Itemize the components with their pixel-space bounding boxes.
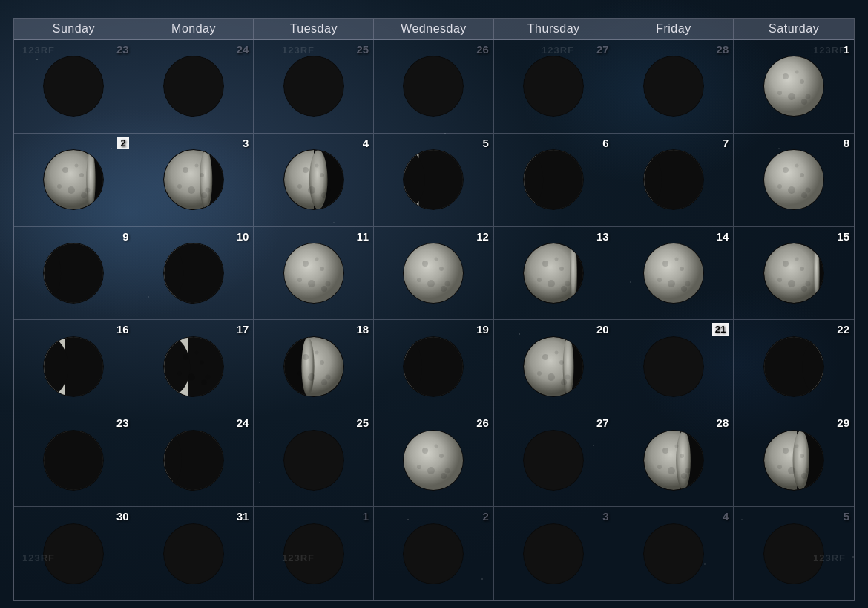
moon-phase (523, 523, 584, 584)
svg-point-131 (685, 281, 690, 287)
moon-phase (763, 430, 824, 491)
day-cell-5-1: 31 (134, 507, 254, 600)
svg-point-110 (445, 281, 450, 287)
svg-point-174 (325, 374, 330, 379)
day-number: 16 (116, 323, 129, 336)
day-cell-2-4: 13 (494, 227, 614, 320)
day-number: 2 (117, 137, 128, 149)
day-number: 20 (596, 323, 609, 336)
day-number: 8 (844, 137, 849, 149)
svg-point-134 (681, 286, 687, 292)
svg-point-19 (795, 71, 799, 74)
svg-point-217 (404, 431, 463, 490)
day-cell-1-5: 7 (614, 134, 734, 226)
moon-phase (283, 149, 344, 210)
svg-point-197 (644, 337, 703, 396)
moon-phase (43, 149, 104, 210)
svg-point-192 (565, 374, 571, 379)
svg-point-243 (793, 431, 809, 490)
svg-point-173 (308, 373, 315, 381)
svg-point-194 (555, 350, 559, 354)
moon-phase (163, 430, 224, 491)
moon-phase (283, 243, 344, 304)
day-cell-2-3: 12 (374, 227, 494, 320)
svg-point-188 (563, 337, 574, 396)
moon-phase (523, 149, 584, 210)
moon-phase (403, 56, 464, 117)
svg-point-220 (427, 467, 435, 474)
day-cell-3-4: 20 (494, 320, 614, 413)
svg-point-163 (177, 371, 182, 376)
svg-point-219 (439, 454, 444, 458)
svg-point-125 (561, 286, 567, 292)
moon-phase (643, 430, 704, 491)
moon-phase (403, 243, 464, 304)
day-number: 15 (837, 230, 849, 243)
week-row-3: 16171819202122 (14, 320, 854, 413)
svg-point-32 (81, 192, 87, 198)
svg-point-7 (404, 56, 463, 116)
moon-phase (403, 523, 464, 584)
svg-point-238 (681, 473, 687, 479)
moon-phase (163, 523, 224, 584)
moon-phase (43, 523, 104, 584)
svg-point-122 (565, 281, 571, 287)
svg-point-139 (814, 243, 820, 303)
day-header-tuesday: Tuesday (254, 19, 374, 39)
svg-point-189 (542, 354, 548, 360)
day-cell-3-2: 18 (254, 320, 374, 413)
svg-point-254 (164, 524, 223, 584)
moon-phase (763, 336, 824, 397)
svg-point-143 (806, 281, 811, 287)
day-cell-0-4: 27 (494, 40, 614, 133)
svg-point-171 (303, 354, 309, 360)
day-number: 2 (483, 510, 489, 523)
svg-point-40 (188, 186, 195, 194)
day-number: 1 (844, 43, 849, 56)
svg-point-144 (777, 278, 782, 282)
svg-point-1 (44, 56, 103, 116)
svg-point-195 (561, 379, 567, 385)
svg-point-5 (284, 56, 343, 116)
svg-point-190 (559, 360, 564, 365)
day-cell-2-0: 9 (14, 227, 134, 320)
svg-point-9 (524, 56, 583, 116)
moon-phase (163, 149, 224, 210)
svg-point-221 (445, 468, 450, 473)
svg-point-248 (777, 465, 782, 469)
svg-point-31 (75, 164, 79, 168)
moon-phase (763, 243, 824, 304)
day-headers: SundayMondayTuesdayWednesdayThursdayFrid… (14, 19, 854, 40)
day-number: 13 (596, 230, 609, 243)
moon-phase (283, 430, 344, 491)
day-cell-1-2: 4 (254, 134, 374, 226)
day-number: 27 (596, 43, 609, 56)
week-row-2: 9101112131415 (14, 227, 854, 321)
day-number: 6 (602, 137, 608, 149)
day-number: 24 (237, 416, 249, 429)
day-cell-5-3: 2 (374, 507, 494, 600)
svg-point-130 (668, 280, 675, 287)
svg-point-145 (795, 258, 799, 261)
day-number: 5 (483, 137, 489, 149)
day-cell-5-5: 4 (614, 507, 734, 600)
svg-point-245 (800, 454, 804, 458)
svg-point-15 (800, 79, 804, 84)
svg-point-55 (315, 164, 318, 168)
svg-point-127 (644, 243, 703, 303)
svg-point-49 (309, 150, 328, 209)
day-cell-4-4: 27 (494, 413, 614, 506)
day-cell-0-6: 1 (734, 40, 854, 133)
svg-point-264 (764, 524, 823, 584)
svg-point-103 (315, 258, 318, 261)
svg-point-159 (183, 354, 188, 360)
svg-point-175 (297, 371, 302, 376)
day-number: 23 (116, 43, 129, 56)
svg-point-191 (548, 373, 555, 381)
svg-point-177 (321, 379, 327, 385)
svg-point-244 (783, 448, 789, 454)
svg-point-140 (783, 261, 789, 267)
day-number: 7 (723, 137, 729, 149)
day-number: 5 (844, 510, 849, 523)
svg-point-119 (542, 261, 548, 267)
